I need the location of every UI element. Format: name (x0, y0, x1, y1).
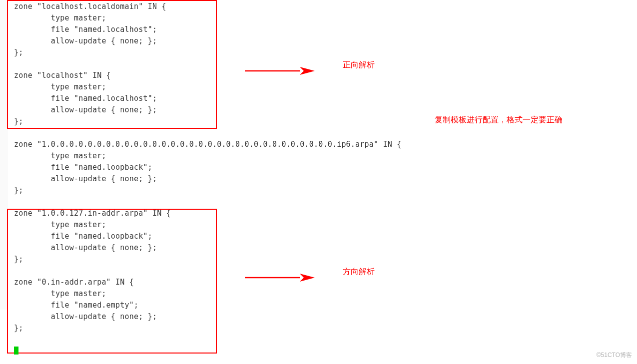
arrow-reverse (245, 272, 315, 284)
annotation-reverse: 方向解析 (343, 266, 375, 277)
annotation-forward: 正向解析 (343, 59, 375, 70)
watermark: ©51CTO博客 (597, 350, 632, 361)
annotation-copy-template: 复制模板进行配置，格式一定要正确 (435, 114, 563, 125)
cursor-icon (14, 347, 18, 355)
svg-marker-1 (300, 67, 315, 75)
svg-marker-3 (300, 274, 315, 282)
code-content: zone "localhost.localdomain" IN { type m… (14, 1, 401, 334)
arrow-forward (245, 65, 315, 77)
